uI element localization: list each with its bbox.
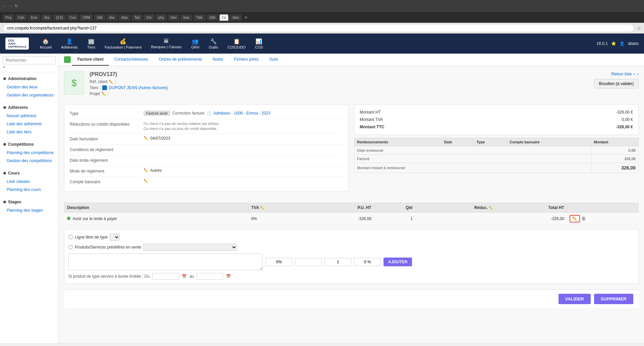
tab-facture-client[interactable]: Facture client <box>72 54 109 66</box>
tab-php1[interactable]: php <box>156 14 167 21</box>
tab-notes[interactable]: Notes <box>207 54 228 66</box>
sidebar-item-liste-classes[interactable]: Liste classes <box>0 178 58 186</box>
date-edit-icon[interactable]: ✏️ <box>143 136 148 140</box>
tva-edit-icon[interactable]: ✏️ <box>260 206 264 210</box>
montant-header: Montant <box>591 138 638 146</box>
sidebar-item-gestion-lieux[interactable]: Gestion des lieux <box>0 83 58 91</box>
nav-tiers[interactable]: 🏢 Tiers <box>83 36 99 52</box>
ajouter-button[interactable]: AJOUTER <box>384 258 412 266</box>
nav-right-icon[interactable]: › <box>637 71 639 76</box>
header-right: 16.0.1 ⭐ 👤 abass <box>597 41 639 46</box>
nav-cosjudo[interactable]: 📋 COSJUDO <box>224 36 250 52</box>
tab-tail[interactable]: Tail <box>132 14 142 21</box>
nav-grh[interactable]: 👥 GRH <box>187 36 203 52</box>
amounts-section: Montant HT -326,00 € Montant TVA 0,00 € … <box>354 104 639 197</box>
service-du-input[interactable] <box>152 273 179 280</box>
correction-file-icon: 📄 <box>207 111 212 116</box>
nav-left-icon[interactable]: ‹ <box>634 71 635 76</box>
sidebar-item-gestion-competitions[interactable]: Gestion des compétitions <box>0 157 58 165</box>
address-input[interactable] <box>3 24 634 32</box>
tab-she[interactable]: she <box>107 14 117 21</box>
item-pu: -326,00 <box>310 212 374 225</box>
nav-cos[interactable]: 📊 COS <box>251 36 267 52</box>
sidebar-item-planning-cours[interactable]: Planning des cours <box>0 186 58 194</box>
sidebar-title-stages: Stages <box>0 198 58 206</box>
radio-ligne-libre[interactable] <box>68 235 73 239</box>
tab-fichiers[interactable]: Fichiers joints <box>229 54 264 66</box>
sidebar-item-nouvel-adherent[interactable]: Nouvel adhérent <box>0 112 58 120</box>
delete-line-button[interactable]: 🗑 <box>581 216 586 221</box>
radio-produits[interactable] <box>68 245 73 249</box>
tab-contacts[interactable]: Contacts/Adresses <box>109 54 154 66</box>
service-au-input[interactable] <box>196 273 223 280</box>
content-area: Facture client Contacts/Adresses Ordres … <box>59 54 644 343</box>
tab-active[interactable]: f x <box>220 14 229 21</box>
form-section-left: Type Facture avoir Correction facture 📄 … <box>64 104 349 192</box>
nav-adherents[interactable]: 👤 Adhérents <box>57 36 82 52</box>
service-duration-row: Si produit de type service à durée limit… <box>68 273 634 280</box>
credit-text: Ce client n'a pas de remise relative par… <box>143 121 220 132</box>
tab-gith[interactable]: Gith <box>207 14 218 21</box>
nav-banques[interactable]: 🏛 Banques | Caisses <box>147 36 186 52</box>
retour-liste-btn[interactable]: Retour liste <box>611 72 632 76</box>
sidebar-item-planning-stages[interactable]: Planning des stages <box>0 206 58 214</box>
compte-edit-icon[interactable]: ✏️ <box>143 179 148 183</box>
search-input[interactable] <box>3 56 56 64</box>
tab-drav1[interactable]: drav <box>119 14 130 21</box>
sidebar-title-cours: Cours <box>0 169 58 178</box>
new-line-qte[interactable] <box>325 258 351 266</box>
tiers-link[interactable]: DUPONT JEAN (Autres factures) <box>109 85 168 90</box>
tab-drav2[interactable]: drav <box>230 14 241 21</box>
sidebar-item-gestion-organisateurs[interactable]: Gestion des organisateurs <box>0 91 58 99</box>
projet-edit-icon[interactable]: ✏️ <box>101 92 106 96</box>
total-col-header: Total HT <box>496 203 567 212</box>
tab-tele[interactable]: Téle <box>193 14 205 21</box>
reduc-edit-icon[interactable]: ✏️ <box>489 206 493 210</box>
tab-utili[interactable]: Utili <box>94 14 105 21</box>
table-row: Avoir sur le reste à payer 0% -326,00 1 … <box>64 212 639 225</box>
correction-link[interactable]: Adhésion - 1006 - Emma - 2023 <box>214 111 271 116</box>
valider-button[interactable]: VALIDER <box>559 294 591 304</box>
supprimer-button[interactable]: SUPPRIMER <box>594 294 633 304</box>
form-row-reductions: Réductions ou crédits disponibles Ce cli… <box>70 119 343 134</box>
tab-erre[interactable]: Erre <box>28 14 40 21</box>
sidebar-item-planning-competitions[interactable]: Planning des compétitions <box>0 149 58 157</box>
ligne-libre-select[interactable] <box>110 233 120 241</box>
new-line-pu[interactable] <box>295 258 322 266</box>
amount-row-tva: Montant TVA 0,00 € <box>360 116 633 123</box>
tab-crm[interactable]: CRM <box>80 14 93 21</box>
brouillon-btn[interactable]: Brouillon (à valider) <box>594 79 639 88</box>
nav-facturation[interactable]: 💰 Facturation | Paiement <box>101 36 145 52</box>
tab-cre[interactable]: Cre <box>143 14 154 21</box>
tab-jira[interactable]: Jira <box>41 14 52 21</box>
search-dropdown-icon[interactable]: ▼ <box>3 65 6 69</box>
form-row-date-limite: Date limite règlement <box>70 155 343 166</box>
edit-line-button[interactable]: ✏️ <box>570 215 580 222</box>
tabs-bar: Facture client Contacts/Adresses Ordres … <box>59 54 644 66</box>
ref-edit-icon[interactable]: ✏️ <box>109 80 113 84</box>
tab-insc[interactable]: Insc <box>181 14 192 21</box>
tab-25[interactable]: (2.5) <box>53 14 66 21</box>
tab-cah[interactable]: Cah <box>15 14 27 21</box>
mode-edit-icon[interactable]: ✏️ <box>143 168 148 172</box>
dot-cours <box>3 172 6 175</box>
tab-suivi[interactable]: Suivi <box>264 54 283 66</box>
new-line-reduc[interactable] <box>354 258 381 266</box>
nav-outils[interactable]: 🔧 Outils <box>205 36 222 52</box>
tab-coo[interactable]: Coo <box>67 14 78 21</box>
amount-row-ttc: Montant TTC -326,00 € <box>360 123 633 131</box>
new-line-tva[interactable] <box>266 258 292 266</box>
type-badge: Facture avoir <box>143 111 170 116</box>
produits-select[interactable] <box>143 244 237 251</box>
nav-accueil[interactable]: 🏠 Accueil <box>36 36 55 52</box>
form-value-compte: ✏️ <box>143 179 148 183</box>
new-line-description[interactable] <box>68 254 263 270</box>
status-bar: https://crm.cosjudo.fr/compta/facture/ca… <box>0 343 644 346</box>
tab-proj[interactable]: Proj <box>3 14 14 21</box>
dot-administration <box>3 77 6 80</box>
tab-dev[interactable]: Dev <box>168 14 179 21</box>
sidebar-item-liste-tiers[interactable]: Liste des tiers <box>0 128 58 136</box>
actions-col-header <box>567 203 638 212</box>
sidebar-item-liste-adherents[interactable]: Liste des adhérents <box>0 120 58 128</box>
tab-ordres[interactable]: Ordres de prélèvements <box>154 54 208 66</box>
